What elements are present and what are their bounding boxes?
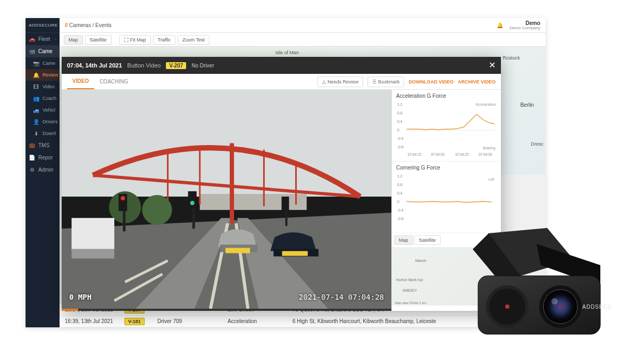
sidebar-item-label: Review (43, 72, 58, 78)
sidebar-item-label: Vehicl (43, 107, 55, 113)
sidebar-item-fleet[interactable]: 🚗 Fleet › (26, 33, 60, 45)
sidebar-item-review[interactable]: 🔔 Review (26, 69, 60, 81)
user-menu[interactable]: Demo Demo Company (509, 20, 540, 31)
sidebar-item-cameras[interactable]: 📹 Came (26, 45, 60, 57)
tab-coaching[interactable]: COACHING (94, 74, 133, 89)
sidebar-item-label: Drivers (43, 119, 58, 124)
download-icon: ⬇ (33, 131, 39, 136)
svg-text:0.4: 0.4 (397, 120, 403, 123)
timestamp-overlay: 2021-07-14 07:04:28 (299, 293, 384, 301)
event-timestamp: 07:04, 14th Jul 2021 (67, 62, 122, 69)
svg-text:07:04:20: 07:04:20 (431, 153, 445, 156)
svg-text:0: 0 (397, 200, 399, 204)
svg-text:07:04:30: 07:04:30 (479, 153, 492, 156)
sidebar-item-coach[interactable]: 👥 Coach (26, 92, 60, 104)
sidebar-header: ADDSECURE (26, 18, 60, 33)
sidebar-item-label: Video (43, 84, 55, 89)
gear-icon: ⚙ (29, 167, 35, 173)
svg-text:ADDSECURE: ADDSECURE (582, 304, 611, 310)
map-tab[interactable]: Map (64, 35, 83, 45)
svg-text:0.8: 0.8 (397, 111, 403, 115)
fit-map-button[interactable]: ⛶ Fit Map (119, 35, 151, 45)
svg-text:-0.8: -0.8 (397, 145, 404, 149)
svg-text:07:04:15: 07:04:15 (408, 153, 422, 156)
svg-point-19 (121, 196, 125, 200)
video-scrubber[interactable] (62, 309, 391, 311)
user-icon: 👤 (33, 119, 39, 124)
svg-rect-8 (200, 194, 307, 210)
users-icon: 👥 (33, 96, 39, 101)
modal-tabs: VIDEO COACHING △ Needs Review ☰ Bookmark… (62, 74, 501, 90)
svg-text:0: 0 (397, 128, 399, 132)
modal-header: 07:04, 14th Jul 2021 Button Video V-207 … (62, 57, 501, 74)
sidebar-item-drivers[interactable]: 👤 Drivers (26, 116, 60, 128)
sidebar-item-download[interactable]: ⬇ Downl (26, 128, 60, 139)
svg-text:1.2: 1.2 (397, 103, 403, 106)
svg-text:1.2: 1.2 (397, 174, 403, 178)
breadcrumb: // Cameras / Events (65, 22, 112, 28)
close-icon[interactable]: ✕ (489, 61, 496, 70)
video-event-modal: 07:04, 14th Jul 2021 Button Video V-207 … (62, 57, 501, 311)
sidebar-item-label: Fleet (38, 36, 50, 42)
svg-text:0.4: 0.4 (397, 191, 403, 195)
svg-point-22 (190, 201, 195, 205)
bell-icon[interactable]: 🔔 (497, 22, 503, 28)
svg-point-63 (551, 298, 558, 304)
svg-text:-0.8: -0.8 (397, 217, 404, 221)
svg-rect-26 (72, 249, 114, 258)
satellite-tab[interactable]: Satellite (85, 35, 112, 45)
video-player[interactable]: 0 MPH 2021-07-14 07:04:28 (62, 90, 391, 311)
tab-video[interactable]: VIDEO (67, 74, 94, 89)
video-frame: 0 MPH 2021-07-14 07:04:28 (62, 90, 391, 309)
vehicle-icon: 🚙 (33, 107, 39, 113)
sidebar-item-label: Admin (38, 167, 53, 173)
speed-overlay: 0 MPH (69, 293, 91, 301)
briefcase-icon: 💼 (29, 143, 35, 148)
chevron-right-icon: › (55, 37, 56, 41)
car-icon: 🚗 (29, 37, 35, 42)
event-title: Button Video (127, 62, 161, 69)
sidebar-item-cameras-sub[interactable]: 📷 Came (26, 57, 60, 69)
alert-icon: 🔔 (33, 72, 39, 78)
brand-logo: ADDSECURE (29, 23, 58, 28)
driver-label: No Driver (191, 63, 214, 69)
svg-rect-24 (282, 197, 289, 210)
map-toolbar: Map Satellite ⛶ Fit Map Traffic Zoom Tes… (60, 33, 546, 47)
svg-text:07:04:25: 07:04:25 (455, 153, 469, 156)
vehicle-badge: V-181 (124, 318, 145, 325)
sidebar-item-label: TMS (38, 142, 49, 148)
vehicle-badge: V-207 (166, 62, 186, 69)
minimap-satellite-tab[interactable]: Satellite (414, 235, 441, 245)
download-video-link[interactable]: DOWNLOAD VIDEO (408, 79, 454, 84)
topbar: // Cameras / Events 🔔 Demo Demo Company (60, 18, 546, 33)
still-camera-icon: 📷 (33, 61, 39, 66)
sidebar-item-label: Repor (38, 155, 53, 160)
cornering-chart: Cornering G Force 1.2 0.8 0.4 0 -0.4 -0.… (392, 162, 501, 233)
svg-rect-21 (188, 191, 197, 208)
film-icon: 🎞 (33, 84, 39, 89)
svg-point-16 (142, 195, 172, 225)
sidebar-item-label: Came (38, 48, 53, 54)
bookmark-button[interactable]: ☰ Bookmark (367, 77, 405, 87)
archive-video-link[interactable]: ARCHIVE VIDEO (458, 79, 496, 84)
sidebar-item-label: Came (43, 61, 55, 66)
zoom-test-button[interactable]: Zoom Test (178, 35, 210, 45)
svg-rect-0 (62, 90, 391, 197)
sidebar-item-admin[interactable]: ⚙ Admin (26, 164, 60, 176)
sidebar-item-label: Coach (43, 96, 56, 101)
svg-rect-25 (72, 218, 114, 250)
sidebar: ADDSECURE 🚗 Fleet › 📹 Came 📷 Came 🔔 Revi… (26, 18, 60, 327)
svg-point-59 (505, 304, 509, 309)
svg-text:Braking: Braking (483, 146, 496, 150)
sidebar-item-video[interactable]: 🎞 Video (26, 81, 60, 92)
sidebar-item-vehicles[interactable]: 🚙 Vehicl (26, 104, 60, 116)
camera-icon: 📹 (29, 49, 35, 54)
svg-text:-0.4: -0.4 (397, 137, 404, 140)
sidebar-item-label: Downl (43, 131, 56, 136)
traffic-button[interactable]: Traffic (153, 35, 176, 45)
minimap-map-tab[interactable]: Map (394, 235, 413, 245)
sidebar-item-tms[interactable]: 💼 TMS (26, 139, 60, 151)
sidebar-item-reports[interactable]: 📄 Repor (26, 151, 60, 164)
svg-text:Left: Left (488, 177, 495, 181)
needs-review-button[interactable]: △ Needs Review (317, 77, 363, 87)
